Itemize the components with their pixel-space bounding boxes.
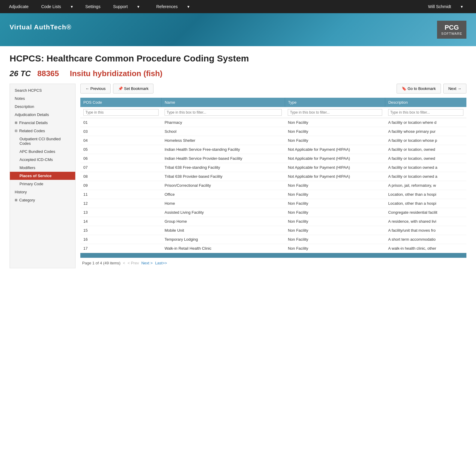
cell-name: Assisted Living Facility xyxy=(162,208,285,217)
cell-type: Non Facility xyxy=(285,127,385,136)
sidebar-item-notes[interactable]: Notes xyxy=(10,94,75,103)
nav-references[interactable]: References ▾ xyxy=(148,0,198,13)
nav-adjudicate[interactable]: Adjudicate xyxy=(5,0,33,13)
cell-description: A facility or location whose p xyxy=(385,136,466,145)
pagination-first-disabled: < xyxy=(123,261,125,265)
nav-code-lists[interactable]: Code Lists ▾ xyxy=(33,0,81,13)
cell-description: A short term accommodatio xyxy=(385,235,466,244)
code-number: 88365 xyxy=(37,69,59,78)
filter-type[interactable] xyxy=(288,109,382,116)
cell-name: Indian Health Service Provider-based Fac… xyxy=(162,154,285,163)
cell-type: Not Applicable for Payment (HIPAA) xyxy=(285,154,385,163)
cell-pos-code: 04 xyxy=(80,136,162,145)
table-row: 05 Indian Health Service Free-standing F… xyxy=(80,145,466,154)
filter-pos-code[interactable] xyxy=(83,109,159,116)
cell-pos-code: 13 xyxy=(80,208,162,217)
table-row: 15 Mobile Unit Non Facility A facility/u… xyxy=(80,226,466,235)
cell-pos-code: 11 xyxy=(80,190,162,199)
table-row: 17 Walk-in Retail Health Clinic Non Faci… xyxy=(80,244,466,253)
table-row: 11 Office Non Facility Location, other t… xyxy=(80,190,466,199)
cell-type: Not Applicable for Payment (HIPAA) xyxy=(285,172,385,181)
next-button[interactable]: Next → xyxy=(443,84,466,94)
cell-pos-code: 16 xyxy=(80,235,162,244)
sidebar-item-related-codes[interactable]: ⊟ Related Codes xyxy=(10,127,75,135)
top-nav: Adjudicate Code Lists ▾ Settings Support… xyxy=(0,0,476,13)
table-row: 16 Temporary Lodging Non Facility A shor… xyxy=(80,235,466,244)
user-menu[interactable]: Will Schmidt ▾ xyxy=(420,0,471,13)
table-row: 13 Assisted Living Facility Non Facility… xyxy=(80,208,466,217)
cell-pos-code: 03 xyxy=(80,127,162,136)
cell-pos-code: 15 xyxy=(80,226,162,235)
table-row: 07 Tribal 638 Free-standing Facility Not… xyxy=(80,163,466,172)
cell-description: A facility or location, owned xyxy=(385,154,466,163)
sidebar-item-search-hcpcs[interactable]: Search HCPCS xyxy=(10,86,75,94)
sidebar-item-modifiers[interactable]: Modifiers xyxy=(10,164,75,172)
chevron-down-icon: ▾ xyxy=(133,0,144,13)
table-row: 08 Tribal 638 Provider-based Facility No… xyxy=(80,172,466,181)
set-bookmark-button[interactable]: 📌 Set Bookmark xyxy=(113,84,153,94)
cell-name: Tribal 638 Provider-based Facility xyxy=(162,172,285,181)
chevron-down-icon: ▾ xyxy=(67,0,77,13)
code-line: 26 TC 88365 Insitu hybridization (fish) xyxy=(10,69,466,78)
cell-description: Location, other than a hospi xyxy=(385,190,466,199)
header-banner: Virtual AuthTech® PCG SOFTWARE xyxy=(0,13,476,46)
cell-description: Congregate residential facilit xyxy=(385,208,466,217)
sidebar-item-adjudication-details[interactable]: Adjudication Details xyxy=(10,111,75,119)
cell-description: A residence, with shared livi xyxy=(385,217,466,226)
cell-type: Not Applicable for Payment (HIPAA) xyxy=(285,163,385,172)
cell-pos-code: 05 xyxy=(80,145,162,154)
nav-support[interactable]: Support ▾ xyxy=(105,0,148,13)
col-description: Description xyxy=(385,98,466,107)
plus-icon: ⊞ xyxy=(15,198,17,202)
nav-settings[interactable]: Settings xyxy=(81,0,105,13)
sidebar-item-history[interactable]: History xyxy=(10,188,75,196)
cell-description: A facility whose primary pur xyxy=(385,127,466,136)
pcg-logo: PCG SOFTWARE xyxy=(437,21,466,39)
cell-type: Non Facility xyxy=(285,181,385,190)
cell-type: Non Facility xyxy=(285,235,385,244)
app-title: Virtual AuthTech® xyxy=(10,23,71,36)
table-row: 01 Pharmacy Non Facility A facility or l… xyxy=(80,118,466,127)
cell-name: Indian Health Service Free-standing Faci… xyxy=(162,145,285,154)
pagination-next[interactable]: Next > xyxy=(141,261,153,265)
cell-name: Temporary Lodging xyxy=(162,235,285,244)
previous-button[interactable]: ← Previous xyxy=(80,84,111,94)
cell-type: Non Facility xyxy=(285,190,385,199)
cell-type: Non Facility xyxy=(285,217,385,226)
page-title: HCPCS: Healthcare Common Procedure Codin… xyxy=(10,53,466,64)
go-to-bookmark-button[interactable]: 🔖 Go to Bookmark xyxy=(397,84,441,94)
sidebar-item-outpatient-cci[interactable]: Outpatient CCI Bundled Codes xyxy=(10,135,75,147)
sidebar-item-category[interactable]: ⊞ Category xyxy=(10,196,75,204)
sidebar-item-places-of-service[interactable]: Places of Service xyxy=(10,172,75,180)
table-row: 04 Homeless Shelter Non Facility A facil… xyxy=(80,136,466,145)
col-pos-code: POS Code xyxy=(80,98,162,107)
cell-description: A facility or location owned a xyxy=(385,172,466,181)
sidebar-item-accepted-icd[interactable]: Accepted ICD-CMs xyxy=(10,156,75,164)
cell-description: A facility or location, owned xyxy=(385,145,466,154)
sidebar-item-description[interactable]: Description xyxy=(10,103,75,111)
cell-pos-code: 06 xyxy=(80,154,162,163)
pagination-last[interactable]: Last>> xyxy=(155,261,167,265)
cell-name: Home xyxy=(162,199,285,208)
places-of-service-table: POS Code Name Type Description 01 xyxy=(80,98,466,258)
cell-description: A walk-in health clinic, other xyxy=(385,244,466,253)
filter-name[interactable] xyxy=(165,109,282,116)
sidebar-item-apc-bundled[interactable]: APC Bundled Codes xyxy=(10,147,75,156)
sidebar-item-financial-details[interactable]: ⊞ Financial Details xyxy=(10,119,75,127)
cell-pos-code: 14 xyxy=(80,217,162,226)
code-prefix: 26 TC xyxy=(10,69,31,78)
cell-description: A facility or location owned a xyxy=(385,163,466,172)
filter-description[interactable] xyxy=(388,109,463,116)
pagination-text: Page 1 of 4 (49 items) xyxy=(82,261,120,265)
table-row: 14 Group Home Non Facility A residence, … xyxy=(80,217,466,226)
cell-pos-code: 09 xyxy=(80,181,162,190)
right-panel: ← Previous 📌 Set Bookmark 🔖 Go to Bookma… xyxy=(76,84,466,268)
sidebar-item-primary-code[interactable]: Primary Code xyxy=(10,180,75,188)
cell-name: Tribal 638 Free-standing Facility xyxy=(162,163,285,172)
pagination-prev-disabled: < Prev xyxy=(128,261,139,265)
cell-description: Location, other than a hospi xyxy=(385,199,466,208)
cell-pos-code: 12 xyxy=(80,199,162,208)
cell-type: Non Facility xyxy=(285,244,385,253)
trademark: ® xyxy=(66,23,71,31)
cell-name: Homeless Shelter xyxy=(162,136,285,145)
